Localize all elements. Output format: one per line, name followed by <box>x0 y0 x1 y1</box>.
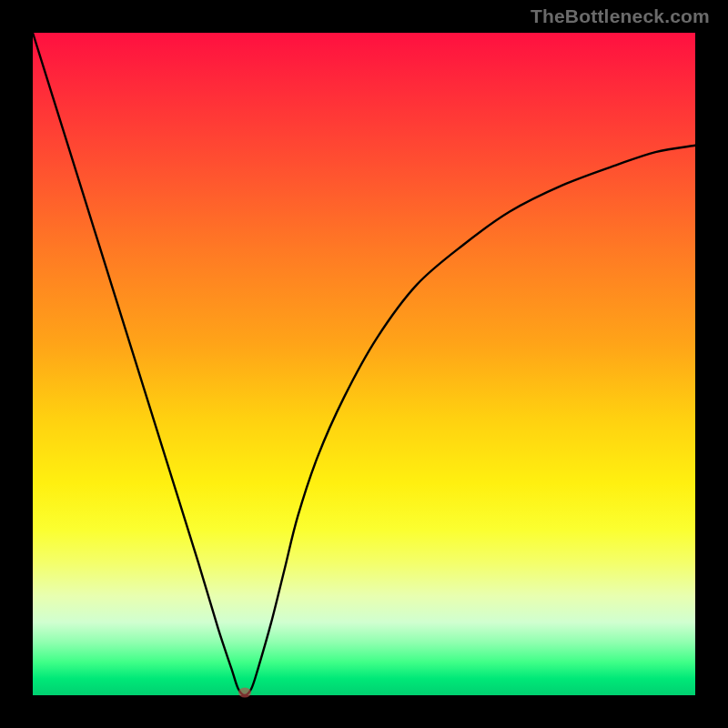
bottleneck-curve <box>33 33 695 695</box>
plot-area <box>33 33 695 695</box>
curve-path <box>33 33 695 695</box>
chart-frame: TheBottleneck.com <box>0 0 728 728</box>
minimum-marker <box>238 688 251 698</box>
watermark-text: TheBottleneck.com <box>531 5 710 27</box>
